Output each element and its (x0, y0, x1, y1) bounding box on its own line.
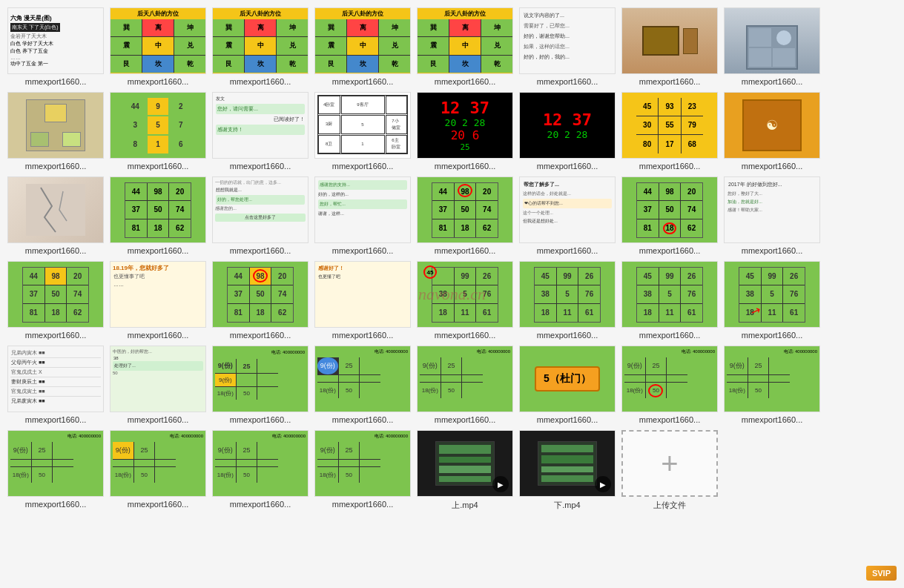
list-item[interactable]: 45 99 26 38 5 76 18 11 61 mmexport1660..… (519, 261, 616, 340)
filename-label: mmexport1660... (25, 246, 87, 255)
filename-label: mmexport1660... (230, 246, 291, 255)
filename-label: mmexport1660... (128, 246, 189, 255)
filename-label: mmexport1660... (230, 77, 291, 86)
filename-label: mmexport1660... (435, 77, 496, 86)
video-play-icon[interactable]: ▶ (492, 476, 509, 492)
filename-label: mmexport1660... (639, 415, 701, 424)
filename-label: mmexport1660... (435, 246, 496, 255)
list-item[interactable]: 电话: 400000000 9(份) 25 18(份) 50 mmexport1… (110, 430, 206, 511)
filename-label: mmexport1660... (25, 162, 87, 171)
list-item[interactable]: mmexport1660... (621, 7, 718, 86)
upload-item[interactable]: + 上传文件 (621, 430, 718, 511)
filename-label: mmexport1660... (537, 246, 598, 255)
list-item[interactable]: 44 9 2 3 5 7 8 1 6 mmexport1660... (110, 92, 206, 171)
filename-label: mmexport1660... (742, 77, 803, 86)
list-item[interactable]: 45 93 23 30 55 79 80 17 68 mmexport1660.… (621, 92, 718, 171)
filename-label: mmexport1660... (639, 331, 701, 340)
list-item[interactable]: 45 99 26 38 5 76 18 11 61 mmexport1660..… (417, 261, 513, 340)
filename-label: mmexport1660... (537, 331, 598, 340)
filename-label: mmexport1660... (25, 500, 87, 509)
list-item[interactable]: 电话: 400000000 9(份) 25 18(份) 50 mmexport1… (724, 346, 820, 424)
list-item[interactable]: 12 37 20 2 28 mmexport1660... (519, 92, 616, 171)
filename-label: mmexport1660... (332, 77, 394, 86)
list-item[interactable]: ▶ 下.mp4 (519, 430, 616, 511)
list-item[interactable]: 44 98 20 37 50 74 81 18 62 mmexport1660.… (417, 176, 513, 255)
list-item[interactable]: 中医的，好的帮您... 38 处理好了... 50 mmexport1660..… (110, 346, 206, 424)
list-item[interactable]: 45 99 26 38 5 76 18 11 61 mmexport1660..… (621, 261, 718, 340)
filename-label: mmexport1660... (639, 246, 701, 255)
list-item[interactable]: 兄弟内寅木 ■■ 父母丙午火 ■■ 官鬼戊戌土 X 妻财庚辰土 ■■ 官鬼戊寅土… (7, 346, 104, 424)
list-item[interactable]: 44 98 20 37 50 74 81 18 62 mmexport1660.… (212, 261, 309, 340)
list-item[interactable]: mmexport1660... (724, 7, 820, 86)
filename-label: mmexport1660... (128, 162, 189, 171)
filename-label: mmexport1660... (230, 162, 291, 171)
filename-label: mmexport1660... (639, 162, 701, 171)
filename-label: mmexport1660... (537, 77, 598, 86)
filename-label: mmexport1660... (742, 331, 803, 340)
list-item[interactable]: 六角 漫天星(图) 南东天 下了天(白色) 金岩开了天大木 白色 学好了天大木 … (7, 7, 104, 86)
list-item[interactable]: 12 37 20 2 28 20 6 25 mmexport1660... (417, 92, 513, 171)
upload-button[interactable]: + (621, 430, 718, 497)
list-item[interactable]: 5（杜门） mmexport1660... (519, 346, 616, 424)
filename-label: mmexport1660... (332, 246, 394, 255)
filename-label: mmexport1660... (435, 331, 496, 340)
filename-label: mmexport1660... (742, 246, 803, 255)
list-item[interactable]: 电话: 400000000 9(份) 25 18(份) 50 mmexport1… (314, 430, 411, 511)
filename-label: mmexport1660... (230, 500, 291, 509)
list-item[interactable]: 感谢您的支持... 好的，这样的... 您好，帮忙... 谢谢，这样... mm… (314, 176, 411, 255)
filename-label: mmexport1660... (25, 415, 87, 424)
filename-label: mmexport1660... (128, 500, 189, 509)
filename-label: mmexport1660... (128, 77, 189, 86)
list-item[interactable]: 感谢好了！ 也更懂了吧 mmexport1660... (314, 261, 411, 340)
list-item[interactable]: 44 98 20 37 50 74 81 18 62 mmexport1660.… (110, 176, 206, 255)
filename-label: 上.mp4 (452, 500, 478, 511)
list-item[interactable]: 电话: 400000000 9(份) 25 18(份) 50 mme (621, 346, 718, 424)
filename-label: mmexport1660... (128, 415, 189, 424)
list-item[interactable]: 说文字内容的了... 需要好了，已帮您... 好的，谢谢您帮助... 如果，这样… (519, 7, 616, 86)
list-item[interactable]: ▶ 上.mp4 (417, 430, 513, 511)
list-item[interactable]: 电话: 400000000 9(份) 25 18(份) 50 mmexport1… (314, 346, 411, 424)
list-item[interactable]: mmexport1660... (7, 176, 104, 255)
list-item[interactable]: 45 99 26 38 5 76 18 11 61 ↗ mmexport1660… (724, 261, 820, 340)
filename-label: mmexport1660... (332, 500, 394, 509)
filename-label: mmexport1660... (128, 331, 189, 340)
filename-label: 下.mp4 (554, 500, 580, 511)
filename-label: mmexport1660... (537, 415, 598, 424)
upload-label: 上传文件 (653, 500, 686, 511)
list-item[interactable]: ☯ mmexport1660... (724, 92, 820, 171)
list-item[interactable]: 44 98 20 37 50 74 81 18 62 mmexport1660.… (621, 176, 718, 255)
filename-label: mmexport1660... (435, 162, 496, 171)
filename-label: mmexport1660... (435, 415, 496, 424)
list-item[interactable]: 一切的的话就，出门的意，边多... 想想我就是... 好的，帮您处理... 感谢… (212, 176, 309, 255)
filename-label: mmexport1660... (230, 415, 291, 424)
list-item[interactable]: 发文 您好，请问需要... 已阅读好了！ 感谢支持！ mmexport1660.… (212, 92, 309, 171)
list-item[interactable]: 4卧室 9客厅 3厨 5 7小储室 8卫 1 6主卧室 mmexport1660… (314, 92, 411, 171)
gallery-container: 六角 漫天星(图) 南东天 下了天(白色) 金岩开了天大木 白色 学好了天大木 … (0, 0, 904, 518)
svg-rect-0 (26, 184, 85, 236)
filename-label: mmexport1660... (25, 331, 87, 340)
list-item[interactable]: 2017年 的好做到您好... 您好，整好了大... 加油，您就是好... 感谢… (724, 176, 820, 255)
list-item[interactable]: 电话: 400000000 9(份) 25 9(份) 18(份) 50 mmex… (212, 346, 309, 424)
list-item[interactable]: 电话: 400000000 9(份) 25 18(份) 50 mmexport1… (212, 430, 309, 511)
filename-label: mmexport1660... (742, 415, 803, 424)
list-item[interactable]: 电话: 400000000 9(份) 25 18(份) 50 mmexport1… (7, 430, 104, 511)
list-item[interactable]: 后天八卦的方位 巽 离 坤 震 中 兑 艮 坎 乾 mmexport1660..… (212, 7, 309, 86)
filename-label: mmexport1660... (25, 77, 87, 86)
list-item[interactable]: 44 98 20 37 50 74 81 18 62 mmexport1660.… (7, 261, 104, 340)
list-item[interactable]: 后天八卦的方位 巽 离 坤 震 中 兑 艮 坎 乾 mmexport1660..… (417, 7, 513, 86)
filename-label: mmexport1660... (332, 331, 394, 340)
filename-label: mmexport1660... (537, 162, 598, 171)
list-item[interactable]: 后天八卦的方位 巽 离 坤 震 中 兑 艮 坎 乾 mmexport1660..… (110, 7, 206, 86)
filename-label: mmexport1660... (332, 415, 394, 424)
list-item[interactable]: 18.19年，您就好多了 也更懂事了吧 …… mmexport1660... (110, 261, 206, 340)
list-item[interactable]: 电话: 400000000 9(份) 25 18(份) 50 mmexport1… (417, 346, 513, 424)
list-item[interactable]: mmexport1660... (7, 92, 104, 171)
filename-label: mmexport1660... (639, 77, 701, 86)
filename-label: mmexport1660... (742, 162, 803, 171)
video-play-icon[interactable]: ▶ (595, 476, 611, 492)
filename-label: mmexport1660... (230, 331, 291, 340)
filename-label: mmexport1660... (332, 162, 394, 171)
list-item[interactable]: 后天八卦的方位 巽 离 坤 震 中 兑 艮 坎 乾 mmexport1660..… (314, 7, 411, 86)
list-item[interactable]: 帮您了解多了... 这样的话会，好处就是... ❤心的话帮不到您... 这个一个… (519, 176, 616, 255)
